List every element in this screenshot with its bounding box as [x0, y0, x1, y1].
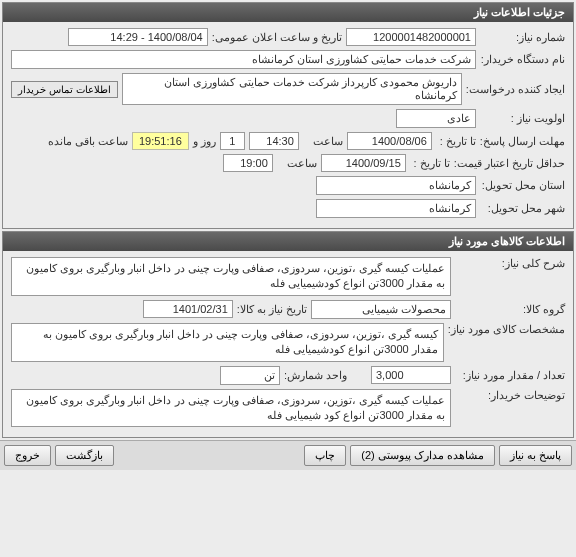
need-details-panel: جزئیات اطلاعات نیاز شماره نیاز: 12000014… [2, 2, 574, 229]
delivery-province-value: کرمانشاه [316, 176, 476, 195]
creator-value: داریوش محمودی کارپرداز شرکت خدمات حمایتی… [122, 73, 462, 105]
deadline-time-label: ساعت [303, 135, 343, 148]
remain-label: ساعت باقی مانده [48, 135, 128, 148]
buyer-contact-button[interactable]: اطلاعات تماس خریدار [11, 81, 118, 98]
need-details-body: شماره نیاز: 1200001482000001 تاریخ و ساع… [3, 22, 573, 228]
unit-label: واحد شمارش: [284, 369, 347, 382]
delivery-city-label: شهر محل تحویل: [480, 202, 565, 215]
footer-toolbar: پاسخ به نیاز مشاهده مدارک پیوستی (2) چاپ… [0, 440, 576, 470]
remain-days-value: 1 [220, 132, 245, 150]
goods-info-panel: اطلاعات کالاهای مورد نیاز شرح کلی نیاز: … [2, 231, 574, 438]
attachments-button[interactable]: مشاهده مدارک پیوستی (2) [350, 445, 495, 466]
buyer-org-value: شرکت خدمات حمایتی کشاورزی استان کرمانشاه [11, 50, 476, 69]
goods-group-value: محصولات شیمیایی [311, 300, 451, 319]
overall-desc-value: عملیات کیسه گیری ،توزین، سردوزی، صفافی و… [11, 257, 451, 296]
unit-value: تن [220, 366, 280, 385]
goods-spec-value: کیسه گیری ،توزین، سردوزی، صفافی وپارت چی… [11, 323, 444, 362]
reply-button[interactable]: پاسخ به نیاز [499, 445, 572, 466]
deadline-date-value: 1400/08/06 [347, 132, 432, 150]
need-number-value: 1200001482000001 [346, 28, 476, 46]
priority-label: اولویت نیاز : [480, 112, 565, 125]
need-until-value: 1401/02/31 [143, 300, 233, 318]
need-details-header: جزئیات اطلاعات نیاز [3, 3, 573, 22]
back-button[interactable]: بازگشت [55, 445, 114, 466]
buyer-notes-value: عملیات کیسه گیری ،توزین، سردوزی، صفافی و… [11, 389, 451, 428]
deadline-to-label: تا تاریخ : [436, 135, 476, 148]
overall-desc-label: شرح کلی نیاز: [455, 257, 565, 270]
exit-button[interactable]: خروج [4, 445, 51, 466]
price-validity-date-value: 1400/09/15 [321, 154, 406, 172]
buyer-notes-label: توضیحات خریدار: [455, 389, 565, 402]
remain-days-label: روز و [193, 135, 216, 148]
buyer-org-label: نام دستگاه خریدار: [480, 53, 565, 66]
price-validity-time-value: 19:00 [223, 154, 273, 172]
goods-spec-label: مشخصات کالای مورد نیاز: [448, 323, 565, 336]
price-validity-label: حداقل تاریخ اعتبار قیمت: [454, 157, 565, 170]
need-until-label: تاریخ نیاز به کالا: [237, 303, 307, 316]
price-validity-to-label: تا تاریخ : [410, 157, 450, 170]
goods-info-body: شرح کلی نیاز: عملیات کیسه گیری ،توزین، س… [3, 251, 573, 437]
priority-value: عادی [396, 109, 476, 128]
footer-spacer [118, 445, 300, 466]
price-validity-time-label: ساعت [277, 157, 317, 170]
creator-label: ایجاد کننده درخواست: [466, 83, 565, 96]
qty-label: تعداد / مقدار مورد نیاز: [455, 369, 565, 382]
deadline-time-value: 14:30 [249, 132, 299, 150]
remain-time-value: 19:51:16 [132, 132, 189, 150]
delivery-city-value: کرمانشاه [316, 199, 476, 218]
public-announce-label: تاریخ و ساعت اعلان عمومی: [212, 31, 342, 44]
qty-value: 3,000 [371, 366, 451, 384]
delivery-province-label: استان محل تحویل: [480, 179, 565, 192]
need-number-label: شماره نیاز: [480, 31, 565, 44]
goods-info-header: اطلاعات کالاهای مورد نیاز [3, 232, 573, 251]
goods-group-label: گروه کالا: [455, 303, 565, 316]
print-button[interactable]: چاپ [304, 445, 346, 466]
deadline-label: مهلت ارسال پاسخ: [480, 135, 565, 148]
public-announce-value: 1400/08/04 - 14:29 [68, 28, 208, 46]
